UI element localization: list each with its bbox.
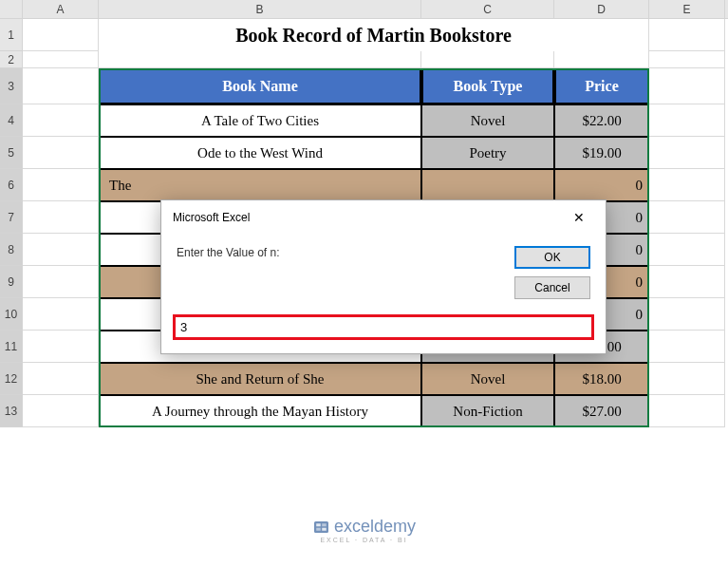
cell-e13[interactable] — [649, 395, 725, 427]
cell-e9[interactable] — [649, 266, 725, 298]
cell-e8[interactable] — [649, 234, 725, 266]
col-header-e[interactable]: E — [649, 0, 725, 18]
col-header-b[interactable]: B — [99, 0, 421, 18]
row-header-2[interactable]: 2 — [0, 51, 23, 68]
cell-d6[interactable]: 0 — [554, 169, 649, 201]
spreadsheet: A B C D E 1 2 3 4 5 6 7 8 9 10 11 12 13 … — [0, 0, 728, 567]
cell-d2[interactable] — [554, 51, 649, 68]
cell-e12[interactable] — [649, 363, 725, 395]
cell-c12[interactable]: Novel — [421, 363, 554, 395]
cell-c2[interactable] — [421, 51, 554, 68]
row-header-6[interactable]: 6 — [0, 169, 23, 201]
cell-b5[interactable]: Ode to the West Wind — [99, 137, 421, 169]
svg-rect-4 — [322, 527, 327, 530]
watermark-brand: exceldemy — [334, 517, 416, 537]
dialog-prompt: Enter the Value of n: — [177, 246, 505, 299]
row-headers: 1 2 3 4 5 6 7 8 9 10 11 12 13 — [0, 19, 23, 427]
header-book-name[interactable]: Book Name — [99, 68, 421, 104]
cell-d4[interactable]: $22.00 — [554, 104, 649, 137]
dialog-title-text: Microsoft Excel — [173, 211, 250, 224]
col-header-c[interactable]: C — [421, 0, 554, 18]
cell-c6[interactable] — [421, 169, 554, 201]
watermark-tag: EXCEL · DATA · BI — [320, 537, 407, 543]
ok-button[interactable]: OK — [514, 246, 590, 269]
cell-c13[interactable]: Non-Fiction — [421, 395, 554, 427]
cell-a5[interactable] — [23, 137, 99, 169]
row-header-7[interactable]: 7 — [0, 201, 23, 234]
cell-e10[interactable] — [649, 298, 725, 331]
svg-rect-2 — [322, 523, 327, 526]
cell-b12[interactable]: She and Return of She — [99, 363, 421, 395]
header-price[interactable]: Price — [554, 68, 649, 104]
select-all-corner[interactable] — [0, 0, 23, 18]
close-button[interactable]: ✕ — [560, 206, 598, 229]
watermark: exceldemy EXCEL · DATA · BI — [312, 517, 416, 543]
header-book-type[interactable]: Book Type — [421, 68, 554, 104]
cell-e5[interactable] — [649, 137, 725, 169]
cell-a13[interactable] — [23, 395, 99, 427]
cell-c5[interactable]: Poetry — [421, 137, 554, 169]
cell-a3[interactable] — [23, 68, 99, 104]
cell-b13[interactable]: A Journey through the Mayan History — [99, 395, 421, 427]
close-icon: ✕ — [573, 210, 585, 225]
cell-e11[interactable] — [649, 331, 725, 363]
svg-rect-1 — [316, 523, 321, 526]
svg-rect-3 — [316, 527, 321, 530]
col-header-a[interactable]: A — [23, 0, 99, 18]
row-header-11[interactable]: 11 — [0, 331, 23, 363]
cell-a2[interactable] — [23, 51, 99, 68]
cell-d13[interactable]: $27.00 — [554, 395, 649, 427]
cell-c4[interactable]: Novel — [421, 104, 554, 137]
cell-a1[interactable] — [23, 19, 99, 51]
row-header-4[interactable]: 4 — [0, 104, 23, 137]
cell-a8[interactable] — [23, 234, 99, 266]
cell-e7[interactable] — [649, 201, 725, 234]
row-header-1[interactable]: 1 — [0, 19, 23, 51]
dialog-titlebar[interactable]: Microsoft Excel ✕ — [161, 200, 606, 235]
cell-a4[interactable] — [23, 104, 99, 137]
col-header-d[interactable]: D — [554, 0, 649, 18]
logo-icon — [312, 519, 329, 536]
cell-e1[interactable] — [649, 19, 725, 51]
cell-a10[interactable] — [23, 298, 99, 331]
row-header-8[interactable]: 8 — [0, 234, 23, 266]
cell-a9[interactable] — [23, 266, 99, 298]
cell-a12[interactable] — [23, 363, 99, 395]
cell-e3[interactable] — [649, 68, 725, 104]
value-input[interactable] — [173, 314, 594, 340]
svg-rect-0 — [313, 521, 327, 533]
row-header-9[interactable]: 9 — [0, 266, 23, 298]
cell-b4[interactable]: A Tale of Two Cities — [99, 104, 421, 137]
row-header-3[interactable]: 3 — [0, 68, 23, 104]
cell-b2[interactable] — [99, 51, 421, 68]
cancel-button[interactable]: Cancel — [514, 276, 590, 299]
cell-a11[interactable] — [23, 331, 99, 363]
cell-e2[interactable] — [649, 51, 725, 68]
column-headers: A B C D E — [0, 0, 728, 19]
cell-b6[interactable]: The — [99, 169, 421, 201]
title-cell[interactable]: Book Record of Martin Bookstore — [99, 19, 649, 51]
row-header-10[interactable]: 10 — [0, 298, 23, 331]
row-header-12[interactable]: 12 — [0, 363, 23, 395]
cell-e4[interactable] — [649, 104, 725, 137]
cell-a7[interactable] — [23, 201, 99, 234]
cell-a6[interactable] — [23, 169, 99, 201]
input-dialog: Microsoft Excel ✕ Enter the Value of n: … — [160, 199, 607, 354]
row-header-13[interactable]: 13 — [0, 395, 23, 427]
cell-e6[interactable] — [649, 169, 725, 201]
row-header-5[interactable]: 5 — [0, 137, 23, 169]
cell-d12[interactable]: $18.00 — [554, 363, 649, 395]
cell-d5[interactable]: $19.00 — [554, 137, 649, 169]
